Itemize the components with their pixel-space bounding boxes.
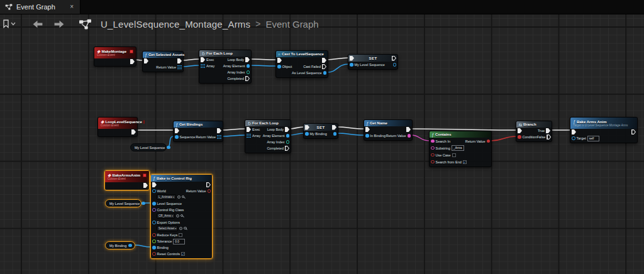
exec-in-pin[interactable] [144, 58, 148, 63]
return-value-array-pin[interactable] [177, 65, 182, 70]
array-index-pin[interactable] [286, 140, 290, 144]
array-in-pin[interactable] [201, 64, 205, 68]
condition-pin[interactable] [518, 135, 521, 139]
tab-close-icon[interactable]: × [70, 4, 74, 10]
node-header[interactable]: SET [304, 124, 338, 131]
use-selected-icon[interactable] [179, 227, 182, 230]
reset-controls-checkbox[interactable]: ✓ [181, 252, 185, 256]
browse-icon[interactable] [184, 227, 187, 230]
tab-event-graph[interactable]: Event Graph × [0, 0, 80, 14]
exec-out-pin[interactable] [217, 128, 221, 133]
node-header[interactable]: ↻ For Each Loop [199, 50, 251, 57]
node-header[interactable]: ƒ Bake Arms Anim Target is U Level Seque… [570, 118, 637, 129]
node-loop-level-sequence-event[interactable]: ◆ LoopLevelSequence Custom Event [97, 117, 138, 137]
variable-out-pin[interactable] [393, 63, 397, 67]
return-value-pin[interactable] [208, 189, 211, 193]
exec-in-pin[interactable] [247, 127, 251, 132]
world-dropdown[interactable]: L_Animate [157, 194, 176, 200]
substring-field[interactable]: _Arms [452, 145, 464, 151]
browse-icon[interactable] [180, 214, 184, 217]
node-bake-arms-anim-call[interactable]: ƒ Bake Arms Anim Target is U Level Seque… [570, 117, 638, 143]
array-index-pin[interactable] [247, 70, 250, 74]
array-element-pin[interactable] [286, 134, 290, 138]
node-cast-to-levelsequence[interactable]: » Cast To LevelSequence Object Cast Fail… [275, 50, 328, 78]
use-case-checkbox[interactable] [452, 153, 456, 157]
exec-in-pin[interactable] [350, 56, 354, 61]
exec-out-pin[interactable] [143, 183, 148, 188]
exec-in-pin[interactable] [175, 128, 179, 133]
browse-icon[interactable] [182, 195, 185, 199]
reduce-keys-pin[interactable] [152, 233, 156, 237]
target-pin[interactable] [572, 136, 575, 140]
variable-in-pin[interactable] [305, 132, 309, 136]
exec-out-pin[interactable] [392, 56, 396, 61]
variable-out-pin[interactable] [142, 202, 145, 206]
return-value-pin[interactable] [408, 134, 411, 138]
node-header[interactable]: ƒ Get Selected Assets [143, 52, 183, 58]
control-rig-class-dropdown[interactable]: CR_Arms [157, 213, 175, 219]
array-in-pin[interactable] [247, 134, 251, 138]
node-header[interactable]: ƒ Contains [430, 131, 491, 138]
node-header[interactable]: ↻ For Each Loop [245, 120, 291, 126]
breadcrumb-asset[interactable]: U_LevelSequence_Montage_Arms [101, 19, 250, 30]
search-from-end-pin[interactable] [431, 160, 435, 164]
exec-in-pin[interactable] [152, 182, 157, 187]
substring-pin[interactable] [431, 146, 435, 150]
false-pin[interactable] [547, 134, 551, 140]
array-element-pin[interactable] [247, 64, 250, 68]
exec-out-pin[interactable] [206, 182, 211, 187]
reduce-keys-checkbox[interactable] [179, 233, 182, 237]
return-value-array-pin[interactable] [217, 135, 221, 140]
exec-out-pin[interactable] [177, 58, 182, 63]
node-header[interactable]: ⇆ Branch [516, 121, 552, 128]
world-pin[interactable] [152, 189, 156, 193]
node-contains[interactable]: ƒ Contains Search In Return Value Substr… [429, 131, 492, 167]
node-header[interactable]: ƒ Get Bindings [174, 121, 223, 128]
level-sequence-pin[interactable] [152, 202, 156, 206]
in-binding-pin[interactable] [365, 134, 369, 138]
use-selected-icon[interactable] [176, 214, 179, 217]
export-options-dropdown[interactable]: Select Asset [157, 226, 178, 231]
exec-out-pin[interactable] [322, 58, 326, 63]
search-in-pin[interactable] [431, 140, 435, 143]
true-pin[interactable] [546, 128, 550, 133]
node-get-selected-assets[interactable]: ƒ Get Selected Assets Return Value [142, 51, 184, 72]
exec-out-pin[interactable] [406, 127, 411, 132]
getter-my-level-sequence-selected[interactable]: My Level Sequence [105, 199, 142, 207]
exec-in-pin[interactable] [201, 57, 205, 62]
use-case-pin[interactable] [431, 153, 435, 157]
variable-out-pin[interactable] [128, 244, 132, 248]
exec-out-pin[interactable] [631, 129, 636, 134]
tolerance-field[interactable]: 0.0 [173, 239, 185, 244]
exec-in-pin[interactable] [365, 127, 370, 132]
node-bake-arms-anim-event[interactable]: ◆ BakeArmsAnim Custom Event [104, 170, 150, 190]
breadcrumb-graph[interactable]: Event Graph [265, 19, 318, 30]
node-foreach-loop-2[interactable]: ↻ For Each Loop Exec Loop Body Array Arr… [245, 119, 291, 153]
binding-pin[interactable] [152, 246, 156, 249]
loop-body-pin[interactable] [245, 57, 250, 62]
node-set-my-level-sequence[interactable]: SET My Level Sequence [348, 54, 398, 70]
node-header[interactable]: ◆ MakeMontage Custom Event [94, 47, 136, 58]
exec-in-pin[interactable] [277, 58, 282, 63]
search-from-end-checkbox[interactable]: ✓ [463, 160, 467, 164]
object-pin[interactable] [277, 65, 281, 68]
exec-out-pin[interactable] [332, 125, 336, 130]
graph-root-button[interactable] [79, 19, 92, 30]
reset-controls-pin[interactable] [152, 252, 156, 256]
node-bake-to-control-rig[interactable]: ƒ Bake to Control Rig World Return Value… [150, 174, 213, 259]
completed-pin[interactable] [285, 146, 289, 151]
node-header[interactable]: SET [348, 55, 397, 62]
getter-my-level-sequence[interactable]: My Level Sequence [130, 143, 167, 151]
getter-my-binding-selected[interactable]: My Binding [105, 241, 135, 249]
export-options-pin[interactable] [152, 221, 156, 224]
exec-out-pin[interactable] [131, 129, 136, 134]
exec-in-pin[interactable] [305, 125, 309, 130]
back-button[interactable] [32, 20, 43, 28]
node-header[interactable]: ƒ Get Name [364, 120, 412, 126]
use-selected-icon[interactable] [177, 195, 180, 199]
node-foreach-loop-1[interactable]: ↻ For Each Loop Exec Loop Body Array Arr… [199, 50, 252, 84]
sequence-pin[interactable] [175, 135, 179, 139]
cast-failed-pin[interactable] [322, 64, 326, 69]
return-value-pin[interactable] [487, 140, 491, 143]
target-field[interactable]: self [587, 136, 599, 141]
